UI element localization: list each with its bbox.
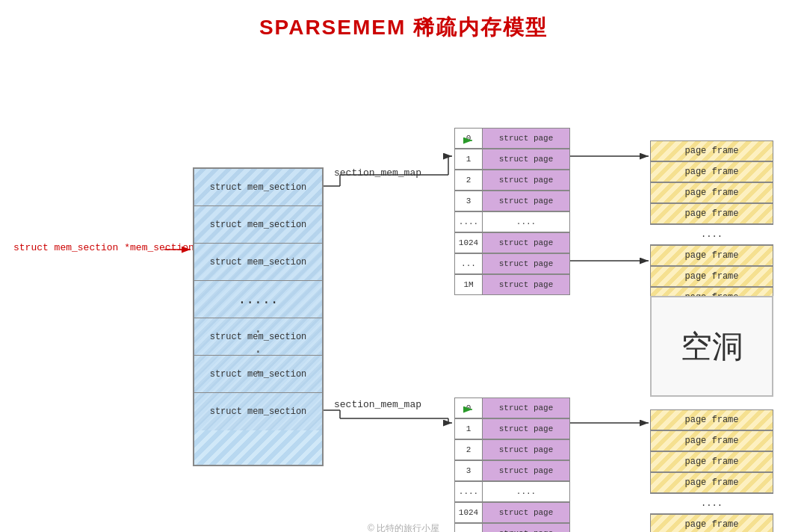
page-frame-lower-5: page frame xyxy=(650,514,773,532)
pfn-lower-num-1: 1 xyxy=(454,418,483,439)
pfn-lower-struct-3: struct page xyxy=(483,460,570,481)
pfn-lower-num-2: 2 xyxy=(454,439,483,460)
pfn-lower-struct-0: struct page xyxy=(483,398,570,418)
pfn-upper-struct-0: struct page xyxy=(483,128,570,149)
pfn-upper-struct-4: .... xyxy=(483,211,570,232)
left-pointer-label: struct mem_section *mem_section xyxy=(13,242,194,253)
pfn-upper-row-6: ...struct page xyxy=(454,253,570,274)
pfn-lower-struct-1: struct page xyxy=(483,418,570,439)
void-text: 空洞 xyxy=(681,326,743,368)
pfn-lower-num-3: 3 xyxy=(454,460,483,481)
pfn-lower-row-2: 2struct page xyxy=(454,439,570,460)
section-row-3: ..... xyxy=(194,281,322,318)
pfn-lower-num-0: 0 xyxy=(454,398,483,418)
pfn-upper-num-3: 3 xyxy=(454,191,483,211)
pfn-upper-num-2: 2 xyxy=(454,170,483,191)
page-frame-upper-6: page frame xyxy=(650,266,773,287)
pfn-lower-num-5: 1024 xyxy=(454,502,483,523)
pfn-upper-row-1: 1struct page xyxy=(454,149,570,170)
pfn-lower-num-4: .... xyxy=(454,481,483,502)
pfn-lower-row-3: 3struct page xyxy=(454,460,570,481)
section-row-6: struct mem_section xyxy=(194,393,322,430)
pfn-upper-row-3: 3struct page xyxy=(454,191,570,211)
page-frame-lower-2: page frame xyxy=(650,451,773,472)
pfn-upper-num-0: 0 xyxy=(454,128,483,149)
pfn-upper-num-6: ... xyxy=(454,253,483,274)
section-row-1: struct mem_section xyxy=(194,206,322,244)
middle-dots: ··· xyxy=(254,322,262,383)
pfn-upper-struct-2: struct page xyxy=(483,170,570,191)
section-row-0: struct mem_section xyxy=(194,169,322,206)
page-frames-lower: page framepage framepage framepage frame… xyxy=(650,409,773,532)
pfn-lower-struct-4: .... xyxy=(483,481,570,502)
pfn-lower-struct-2: struct page xyxy=(483,439,570,460)
page-frame-lower-3: page frame xyxy=(650,472,773,493)
pfn-upper-struct-1: struct page xyxy=(483,149,570,170)
pfn-upper-row-2: 2struct page xyxy=(454,170,570,191)
page-frame-upper-1: page frame xyxy=(650,161,773,182)
section-array: struct mem_section struct mem_section st… xyxy=(193,167,324,466)
pfn-lower-num-6: ... xyxy=(454,523,483,532)
pfn-upper-struct-7: struct page xyxy=(483,274,570,295)
diagram-container: struct mem_section *mem_section struct m… xyxy=(0,49,807,532)
pfn-upper-struct-6: struct page xyxy=(483,253,570,274)
pfn-upper-row-7: 1Mstruct page xyxy=(454,274,570,295)
watermark: © 比特的旅行小屋 xyxy=(368,522,439,532)
pfn-table-lower: 0struct page1struct page2struct page3str… xyxy=(454,398,570,532)
pfn-upper-num-4: .... xyxy=(454,211,483,232)
page-frame-upper-0: page frame xyxy=(650,140,773,161)
pfn-upper-row-4: ........ xyxy=(454,211,570,232)
pfn-upper-num-1: 1 xyxy=(454,149,483,170)
section-mem-map-label-upper: section_mem_map xyxy=(334,167,421,179)
pfn-upper-row-0: 0struct page xyxy=(454,128,570,149)
pfn-lower-row-6: ...struct page xyxy=(454,523,570,532)
pfn-lower-row-4: ........ xyxy=(454,481,570,502)
pfn-upper-struct-5: struct page xyxy=(483,232,570,253)
pfn-upper-num-5: 1024 xyxy=(454,232,483,253)
pfn-lower-row-5: 1024struct page xyxy=(454,502,570,523)
pfn-lower-row-0: 0struct page xyxy=(454,398,570,418)
page-frame-upper-3: page frame xyxy=(650,203,773,224)
pfn-lower-struct-5: struct page xyxy=(483,502,570,523)
page-frame-upper-5: page frame xyxy=(650,245,773,266)
page-frame-lower-4: .... xyxy=(650,493,773,514)
pfn-lower-row-1: 1struct page xyxy=(454,418,570,439)
pfn-upper-num-7: 1M xyxy=(454,274,483,295)
void-box: 空洞 xyxy=(650,296,773,397)
pfn-lower-struct-6: struct page xyxy=(483,523,570,532)
page-title: SPARSEMEM 稀疏内存模型 xyxy=(0,0,807,42)
pfn-table-upper: 0struct page1struct page2struct page3str… xyxy=(454,128,570,295)
page-frame-upper-2: page frame xyxy=(650,182,773,203)
section-row-2: struct mem_section xyxy=(194,244,322,281)
page-frame-upper-4: .... xyxy=(650,224,773,245)
page-frame-lower-0: page frame xyxy=(650,409,773,430)
section-mem-map-label-lower: section_mem_map xyxy=(334,399,421,410)
pfn-upper-struct-3: struct page xyxy=(483,191,570,211)
page-frame-lower-1: page frame xyxy=(650,430,773,451)
pfn-upper-row-5: 1024struct page xyxy=(454,232,570,253)
page-frames-upper: page framepage framepage framepage frame… xyxy=(650,140,773,308)
